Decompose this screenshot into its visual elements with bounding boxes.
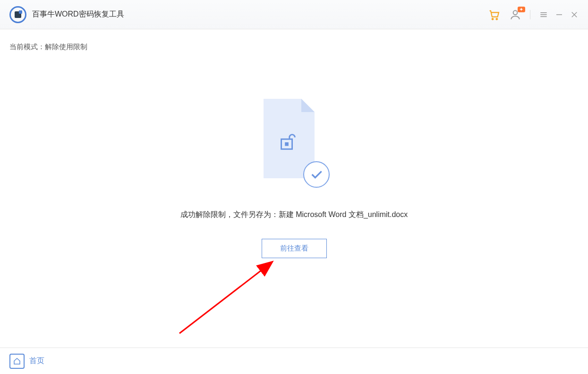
home-icon (9, 354, 25, 369)
footer-bar: 首页 (0, 348, 588, 374)
success-prefix: 成功解除限制，文件另存为： (180, 210, 279, 218)
home-label: 首页 (29, 356, 44, 366)
success-message: 成功解除限制，文件另存为：新建 Microsoft Word 文档_unlimi… (180, 210, 408, 220)
content-area: 成功解除限制，文件另存为：新建 Microsoft Word 文档_unlimi… (0, 52, 588, 258)
toolbar-divider (530, 10, 530, 19)
svg-point-0 (492, 18, 494, 19)
minimize-icon[interactable] (555, 10, 563, 19)
svg-rect-10 (285, 142, 289, 146)
mode-bar: 当前模式：解除使用限制 (0, 29, 588, 52)
output-filename: 新建 Microsoft Word 文档_unlimit.docx (279, 210, 408, 218)
view-file-button[interactable]: 前往查看 (262, 239, 327, 258)
title-left-group: 百事牛WORD密码恢复工具 (9, 6, 124, 23)
close-icon[interactable] (570, 10, 579, 19)
checkmark-circle-icon (303, 161, 330, 188)
svg-point-1 (496, 18, 497, 19)
mode-value: 解除使用限制 (45, 43, 87, 51)
annotation-arrow (172, 255, 281, 340)
mode-label: 当前模式：解除使用限制 (9, 43, 87, 51)
document-unlock-illustration (264, 99, 325, 184)
window-controls (539, 10, 579, 19)
svg-point-2 (513, 10, 518, 15)
user-icon[interactable]: ✦ (509, 9, 521, 21)
unlock-icon (277, 131, 298, 155)
app-logo-icon (9, 6, 26, 23)
title-right-group: ✦ (487, 8, 579, 21)
user-badge-icon: ✦ (518, 7, 525, 12)
cart-icon[interactable] (487, 8, 501, 21)
menu-icon[interactable] (539, 10, 548, 19)
home-link[interactable]: 首页 (9, 354, 44, 369)
title-bar: 百事牛WORD密码恢复工具 ✦ (0, 0, 588, 29)
mode-label-text: 当前模式： (9, 43, 45, 51)
app-title: 百事牛WORD密码恢复工具 (32, 9, 124, 19)
svg-line-12 (179, 262, 272, 333)
